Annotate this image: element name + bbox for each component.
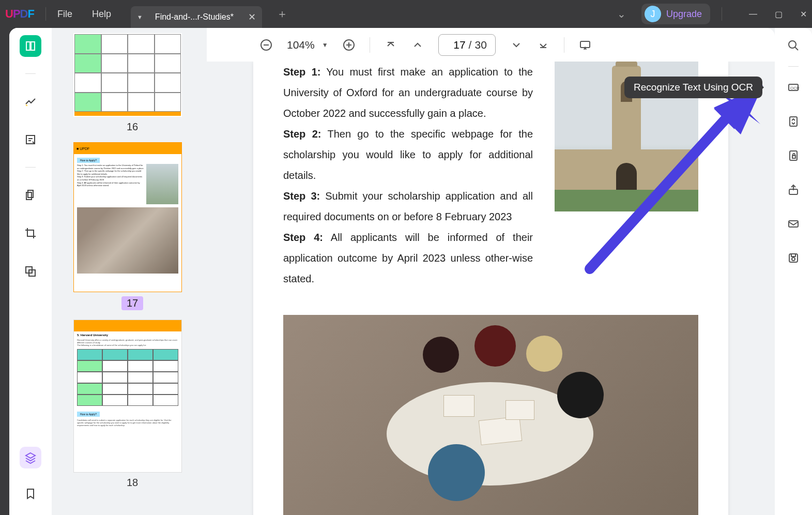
upgrade-label: Upgrade [666, 9, 702, 20]
search-icon[interactable] [784, 36, 803, 55]
left-toolbar [9, 28, 52, 515]
svg-line-12 [795, 47, 798, 50]
thumbnail-label: 18 [73, 477, 191, 489]
thumbnail-panel: 16 ■ UPDF How to Apply? Step 1: You must… [52, 28, 207, 515]
protect-icon[interactable] [784, 146, 803, 165]
thumbnail-label: 16 [73, 121, 191, 133]
convert-icon[interactable] [784, 112, 803, 131]
svg-rect-22 [791, 254, 795, 256]
zoom-out-icon[interactable] [260, 39, 272, 51]
svg-point-11 [789, 41, 796, 48]
thumbnail-label: 17 [121, 296, 143, 310]
crop-icon[interactable] [20, 222, 41, 244]
document-text: Step 1: You must first make an applicati… [283, 62, 533, 289]
upgrade-button[interactable]: J Upgrade [641, 4, 710, 24]
window-close-icon[interactable]: ✕ [800, 9, 807, 19]
reader-mode-icon[interactable] [20, 35, 41, 57]
new-tab-button[interactable]: ＋ [277, 6, 288, 22]
tab-dropdown-icon[interactable]: ▼ [137, 14, 143, 20]
thumbnail-17[interactable]: ■ UPDF How to Apply? Step 1: You must fi… [73, 142, 191, 310]
prev-page-icon[interactable] [411, 39, 424, 51]
share-icon[interactable] [784, 180, 803, 199]
last-page-icon[interactable] [537, 39, 549, 51]
zoom-in-icon[interactable] [343, 39, 355, 51]
watermark-icon[interactable] [20, 261, 41, 282]
svg-rect-17 [792, 156, 795, 158]
tab-close-icon[interactable]: ✕ [248, 11, 256, 23]
first-page-icon[interactable] [385, 39, 397, 51]
edit-text-icon[interactable] [20, 129, 41, 150]
svg-rect-2 [26, 192, 32, 200]
ocr-icon[interactable]: OCR [784, 78, 803, 97]
highlighter-icon[interactable] [20, 90, 41, 112]
layers-icon[interactable] [20, 447, 41, 468]
page-indicator: / 30 [438, 34, 496, 56]
svg-rect-19 [789, 221, 798, 227]
copy-pages-icon[interactable] [20, 184, 41, 206]
window-maximize-icon[interactable]: ▢ [775, 9, 783, 19]
svg-text:OCR: OCR [790, 86, 800, 90]
svg-rect-1 [28, 190, 33, 198]
ocr-tooltip: Recognize Text Using OCR [624, 77, 762, 98]
page-total: 30 [474, 39, 486, 51]
document-image-students [283, 315, 698, 515]
page-input[interactable] [447, 39, 466, 51]
title-bar: UPDF File Help ▼ Find-and-...r-Studies* … [0, 0, 812, 28]
email-icon[interactable] [784, 215, 803, 233]
next-page-icon[interactable] [510, 39, 523, 51]
app-logo: UPDF [5, 7, 34, 21]
bookmark-icon[interactable] [20, 483, 41, 505]
presentation-icon[interactable] [579, 39, 591, 51]
user-avatar: J [645, 6, 661, 22]
right-toolbar: OCR [775, 28, 812, 515]
zoom-level: 104% [287, 39, 315, 51]
menu-file[interactable]: File [57, 9, 72, 20]
tabs-overflow-icon[interactable]: ⌄ [617, 8, 626, 20]
viewer-toolbar: 104% ▼ / 30 [207, 28, 775, 62]
menu-help[interactable]: Help [92, 9, 111, 20]
thumbnail-16[interactable]: 16 [73, 33, 191, 133]
save-icon[interactable] [784, 249, 803, 267]
svg-point-21 [792, 258, 795, 261]
document-tab[interactable]: ▼ Find-and-...r-Studies* ✕ [131, 6, 262, 28]
window-minimize-icon[interactable]: — [749, 9, 757, 19]
tab-title: Find-and-...r-Studies* [155, 12, 234, 22]
thumbnail-18[interactable]: 5. Harvard University Harvard University… [73, 320, 191, 489]
zoom-dropdown-icon[interactable]: ▼ [322, 41, 328, 49]
